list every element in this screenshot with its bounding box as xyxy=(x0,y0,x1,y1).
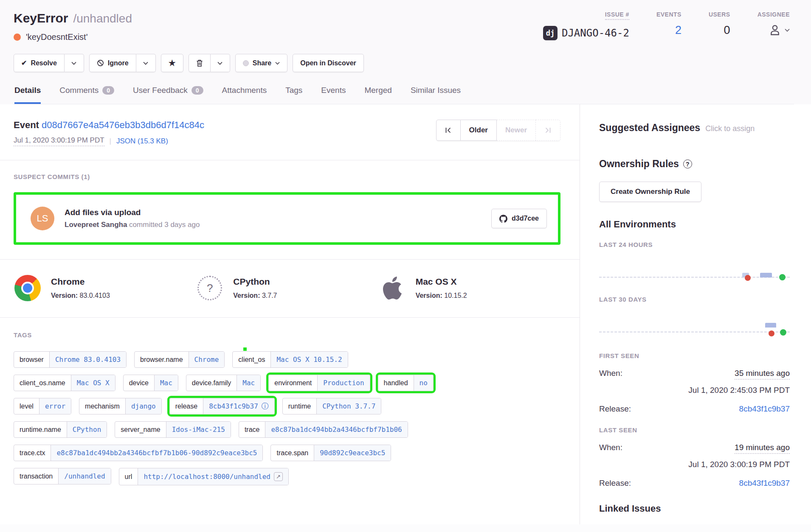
bookmark-star-button[interactable]: ★ xyxy=(161,54,183,72)
context-browser: Chrome Version: 83.0.4103 xyxy=(14,274,196,302)
person-icon xyxy=(769,24,781,36)
tag-pill-release[interactable]: release8cb43f1c9b37ⓘ xyxy=(169,398,275,414)
event-json-link[interactable]: JSON (15.3 KB) xyxy=(116,137,168,146)
help-question-icon[interactable]: ? xyxy=(683,160,692,168)
chevron-down-icon xyxy=(143,62,148,65)
tags-section: TAGS browserChrome 83.0.4103 browser.nam… xyxy=(0,318,580,485)
newer-event-button[interactable]: Newer xyxy=(497,120,536,141)
tag-pill-handled[interactable]: handledno xyxy=(378,375,434,391)
info-icon[interactable]: ⓘ xyxy=(262,403,269,410)
last-seen-release-link[interactable]: 8cb43f1c9b37 xyxy=(739,479,790,488)
last-30-days-label: LAST 30 DAYS xyxy=(599,296,790,303)
action-bar: ✔ Resolve Ignore xyxy=(14,54,794,72)
check-icon: ✔ xyxy=(21,59,27,67)
external-link-icon[interactable]: ↗ xyxy=(274,472,283,481)
tab-tags[interactable]: Tags xyxy=(285,86,302,104)
unknown-runtime-icon: ? xyxy=(196,274,224,302)
tag-pill-level[interactable]: levelerror xyxy=(14,398,71,414)
tag-pill-transaction[interactable]: transaction/unhandled xyxy=(14,468,111,484)
tab-similar-issues[interactable]: Similar Issues xyxy=(411,86,461,104)
tag-pill-device[interactable]: deviceMac xyxy=(123,375,178,391)
event-pagination: Older Newer xyxy=(436,120,560,141)
last-30-days-sparkline xyxy=(599,303,790,339)
tab-user-feedback[interactable]: User Feedback 0 xyxy=(133,86,203,104)
tab-events[interactable]: Events xyxy=(321,86,346,104)
tag-pill-browser[interactable]: browserChrome 83.0.4103 xyxy=(14,351,127,368)
context-os: Mac OS X Version: 10.15.2 xyxy=(378,274,560,302)
tab-comments[interactable]: Comments 0 xyxy=(59,86,114,104)
last-24-hours-sparkline xyxy=(599,248,790,285)
last-event-button[interactable] xyxy=(536,120,560,141)
commit-message: Add files via upload xyxy=(65,208,481,217)
open-in-discover-button[interactable]: Open in Discover xyxy=(293,54,364,72)
tab-attachments[interactable]: Attachments xyxy=(222,86,267,104)
first-seen-absolute: Jul 1, 2020 2:45:03 PM PDT xyxy=(599,386,790,395)
issue-header: KeyError /unhandled 'keyDoesntExist' ISS… xyxy=(0,0,811,104)
event-contexts: Chrome Version: 83.0.4103 ? CPython Vers… xyxy=(0,260,580,317)
event-id-link[interactable]: d08d7667e4a5476eb3b3db6d7f14c84c xyxy=(42,120,204,130)
feedback-count-badge: 0 xyxy=(191,86,203,95)
stat-events: EVENTS 2 xyxy=(656,11,681,40)
first-seen-release-link[interactable]: 8cb43f1c9b37 xyxy=(739,404,790,414)
tag-pill-trace[interactable]: tracee8c87ba1dc494bb2a4346bcfbf7b1b06 xyxy=(239,421,408,438)
context-runtime: ? CPython Version: 3.7.7 xyxy=(196,274,378,302)
chevron-down-icon xyxy=(275,62,280,65)
suspect-commits-section: SUSPECT COMMITS (1) LS Add files via upl… xyxy=(0,160,580,259)
event-details-main: Event d08d7667e4a5476eb3b3db6d7f14c84c J… xyxy=(0,104,580,524)
users-label: USERS xyxy=(709,11,730,18)
tag-pill-runtime-name[interactable]: runtime.nameCPython xyxy=(14,421,107,438)
comments-count-badge: 0 xyxy=(102,86,114,95)
tab-details[interactable]: Details xyxy=(14,86,41,104)
stat-users: USERS 0 xyxy=(709,11,730,40)
users-count[interactable]: 0 xyxy=(724,24,730,37)
first-seen-label: FIRST SEEN xyxy=(599,352,790,359)
spark-green-dot xyxy=(779,274,786,280)
tag-pill-client-os[interactable]: client_osMac OS X 10.15.2 xyxy=(232,351,348,368)
event-label: Event xyxy=(14,120,39,130)
tag-pill-runtime[interactable]: runtimeCPython 3.7.7 xyxy=(282,398,382,414)
ignore-dropdown-button[interactable] xyxy=(136,54,156,72)
assignee-label: ASSIGNEE xyxy=(757,11,790,18)
chevron-down-icon xyxy=(71,62,76,65)
first-seen-release-label: Release: xyxy=(599,404,631,414)
commit-sha-button[interactable]: d3d7cee xyxy=(491,209,547,228)
tag-pill-client-os-name[interactable]: client_os.nameMac OS X xyxy=(14,375,115,391)
tag-pill-device-family[interactable]: device.familyMac xyxy=(186,375,261,391)
event-id-block: Event d08d7667e4a5476eb3b3db6d7f14c84c J… xyxy=(14,120,204,146)
stat-issue-number: ISSUE # dj DJANGO-46-2 xyxy=(543,11,629,40)
first-event-button[interactable] xyxy=(436,120,461,141)
error-level-dot xyxy=(14,34,21,41)
tab-merged[interactable]: Merged xyxy=(364,86,391,104)
tag-pill-trace-span[interactable]: trace.span90d892c9eace3bc5 xyxy=(270,445,391,461)
ignore-button[interactable]: Ignore xyxy=(89,54,136,72)
tag-pill-environment[interactable]: environmentProduction xyxy=(268,375,370,391)
tag-pill-browser-name[interactable]: browser.nameChrome xyxy=(134,351,225,368)
issue-stats: ISSUE # dj DJANGO-46-2 EVENTS 2 USERS 0 … xyxy=(543,11,794,40)
assignee-dropdown[interactable] xyxy=(769,24,790,36)
delete-dropdown-button[interactable] xyxy=(211,54,230,72)
first-seen-when-label: When: xyxy=(599,369,622,378)
older-event-button[interactable]: Older xyxy=(461,120,497,141)
tags-title: TAGS xyxy=(14,331,560,339)
first-seen-relative: 35 minutes ago xyxy=(735,369,790,380)
tag-pill-trace-ctx[interactable]: trace.ctxe8c87ba1dc494bb2a4346bcfbf7b1b0… xyxy=(14,445,263,461)
resolve-button[interactable]: ✔ Resolve xyxy=(14,54,65,72)
tag-pill-mechanism[interactable]: mechanismdjango xyxy=(79,398,162,414)
issue-culprit: /unhandled xyxy=(73,12,132,25)
spark-red-dot xyxy=(769,330,774,336)
resolve-dropdown-button[interactable] xyxy=(65,54,84,72)
django-project-icon: dj xyxy=(543,26,558,40)
share-button[interactable]: Share xyxy=(235,54,287,72)
chevron-down-icon xyxy=(217,62,222,65)
events-count[interactable]: 2 xyxy=(675,24,681,37)
event-timestamp: Jul 1, 2020 3:00:19 PM PDT xyxy=(14,136,104,146)
delete-button[interactable] xyxy=(189,54,211,72)
tag-pill-server-name[interactable]: server_nameIdos-iMac-215 xyxy=(115,421,231,438)
tag-pill-url[interactable]: urlhttp://localhost:8000/unhandled↗ xyxy=(119,468,289,485)
stat-assignee: ASSIGNEE xyxy=(757,11,790,40)
commit-time: committed 3 days ago xyxy=(129,221,200,229)
last-seen-absolute: Jul 1, 2020 3:00:19 PM PDT xyxy=(599,460,790,469)
create-ownership-rule-button[interactable]: Create Ownership Rule xyxy=(599,182,701,202)
last-24-hours-label: LAST 24 HOURS xyxy=(599,241,790,248)
spark-red-dot xyxy=(745,275,751,281)
